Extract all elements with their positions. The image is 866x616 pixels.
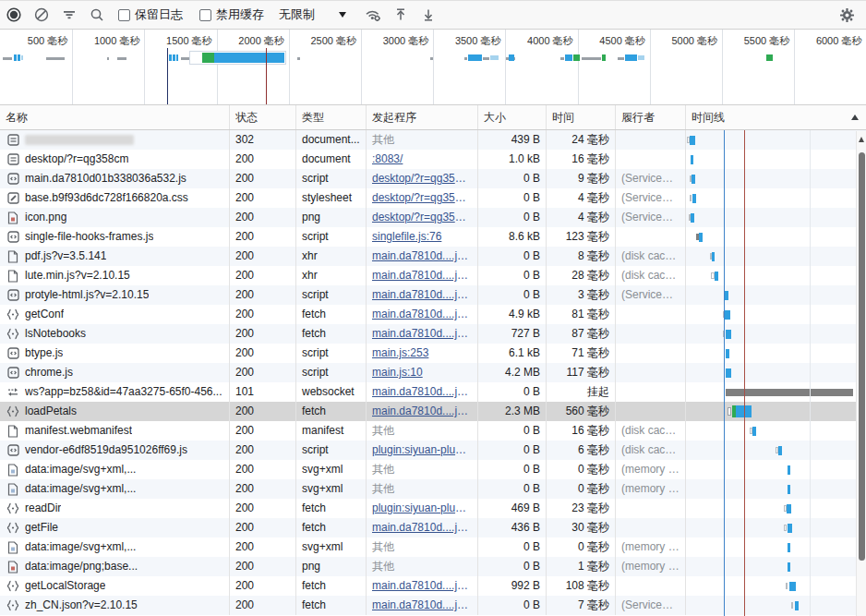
column-header-7[interactable]: 时间线 [686, 105, 866, 129]
table-row[interactable]: 302 document... 其他 439 B 24 毫秒 [0, 130, 866, 150]
table-row[interactable]: base.b9f93d6dc728f166820a.css 200 styles… [0, 188, 866, 208]
type-cell: manifest [296, 421, 367, 441]
initiator-cell[interactable]: main.da7810d....js:2... [367, 402, 478, 421]
waterfall-segment [752, 427, 756, 436]
table-row[interactable]: single-file-hooks-frames.js 200 script s… [0, 227, 866, 247]
settings-gear-icon[interactable] [833, 3, 860, 27]
table-row[interactable]: data:image/png;base... 200 png 其他 0 B 1 … [0, 557, 866, 576]
checkbox-icon[interactable] [118, 9, 130, 21]
vertical-scrollbar[interactable] [856, 131, 866, 616]
initiator-cell[interactable]: desktop/?r=qg358c... [367, 169, 478, 188]
initiator-cell[interactable]: main.da7810d....js:2... [367, 324, 478, 344]
throttling-value: 无限制 [279, 6, 315, 23]
initiator-cell[interactable]: main.da7810d....js:2... [367, 596, 478, 615]
column-header-5[interactable]: 时间 [547, 105, 616, 129]
initiator-cell[interactable]: singlefile.js:76 [367, 227, 478, 247]
table-row[interactable]: data:image/svg+xml,... 200 svg+xml 其他 0 … [0, 537, 866, 557]
type-cell: script [296, 169, 367, 188]
table-row[interactable]: chrome.js 200 script main.js:10 4.2 MB 1… [0, 363, 866, 382]
waterfall-cell [686, 208, 866, 227]
column-header-4[interactable]: 大小 [478, 105, 547, 129]
table-row[interactable]: data:image/svg+xml,... 200 svg+xml 其他 0 … [0, 460, 866, 479]
preserve-log-checkbox[interactable]: 保留日志 [118, 6, 183, 23]
throttling-select[interactable]: 无限制 [279, 6, 346, 23]
table-row[interactable]: main.da7810d01b338036a532.js 200 script … [0, 169, 866, 188]
fulfilled-by-cell: (ServiceW... [616, 285, 686, 305]
table-row[interactable]: zh_CN.json?v=2.10.15 200 fetch main.da78… [0, 596, 866, 615]
initiator-cell[interactable]: desktop/?r=qg358c... [367, 188, 478, 208]
network-conditions-icon[interactable] [359, 3, 387, 27]
disable-cache-checkbox[interactable]: 禁用缓存 [199, 6, 264, 23]
initiator-cell[interactable]: main.js:253 [367, 344, 478, 363]
waterfall-cell [686, 363, 866, 382]
fulfilled-by-cell [616, 382, 686, 402]
request-name: lsNotebooks [25, 324, 86, 344]
column-header-1[interactable]: 状态 [230, 105, 296, 129]
initiator-cell[interactable]: :8083/ [367, 150, 478, 169]
clear-icon[interactable] [28, 3, 55, 27]
table-row[interactable]: lsNotebooks 200 fetch main.da7810d....js… [0, 324, 866, 344]
table-row[interactable]: getConf 200 fetch main.da7810d....js:2..… [0, 305, 866, 324]
column-header-2[interactable]: 类型 [296, 105, 367, 129]
initiator-cell[interactable]: desktop/?r=qg358c... [367, 208, 478, 227]
network-panel: 保留日志 禁用缓存 无限制 [0, 0, 866, 616]
table-row[interactable]: icon.png 200 png desktop/?r=qg358c... 0 … [0, 208, 866, 227]
type-cell: xhr [296, 247, 367, 266]
search-icon[interactable] [83, 3, 111, 27]
column-header-0[interactable]: 名称 [0, 105, 230, 129]
table-row[interactable]: protyle-html.js?v=2.10.15 200 script mai… [0, 285, 866, 305]
table-row[interactable]: getLocalStorage 200 fetch main.da7810d..… [0, 576, 866, 596]
table-row[interactable]: btype.js 200 script main.js:253 6.1 kB 7… [0, 344, 866, 363]
initiator-cell[interactable]: main.da7810d....js:7 [367, 285, 478, 305]
scroll-up-icon[interactable] [859, 137, 864, 142]
size-cell: 992 B [478, 576, 547, 596]
initiator-cell[interactable]: main.js:10 [367, 363, 478, 382]
initiator-cell[interactable]: main.da7810d....js:2... [367, 305, 478, 324]
request-name: data:image/svg+xml,... [25, 537, 136, 557]
overview-activity-bar [430, 57, 433, 60]
timeline-overview[interactable]: 500 毫秒1000 毫秒1500 毫秒2000 毫秒2500 毫秒3000 毫… [0, 30, 866, 105]
overview-tick-label: 6000 毫秒 [813, 34, 865, 48]
name-cell: pdf.js?v=3.5.141 [0, 247, 230, 266]
overview-tick-label: 3000 毫秒 [380, 34, 432, 48]
waterfall-segment [699, 233, 703, 242]
initiator-cell[interactable]: main.da7810d....js:7 [367, 247, 478, 266]
table-row[interactable]: lute.min.js?v=2.10.15 200 xhr main.da781… [0, 266, 866, 285]
table-row[interactable]: getFile 200 fetch main.da7810d....js:2..… [0, 518, 866, 537]
overview-gridline [433, 30, 434, 104]
table-row[interactable]: readDir 200 fetch plugin:siyuan-plugi...… [0, 499, 866, 518]
initiator-cell[interactable]: main.da7810d....js:33 [367, 382, 478, 402]
waterfall-segment [725, 291, 728, 300]
scrollbar-thumb[interactable] [859, 152, 865, 561]
column-header-6[interactable]: 履行者 [616, 105, 686, 129]
time-cell: 0 毫秒 [547, 537, 616, 557]
record-icon[interactable] [0, 3, 28, 27]
type-cell: svg+xml [296, 460, 367, 479]
initiator-cell[interactable]: main.da7810d....js:2... [367, 576, 478, 596]
import-har-icon[interactable] [387, 3, 415, 27]
column-header-3[interactable]: 发起程序 [367, 105, 478, 129]
export-har-icon[interactable] [415, 3, 442, 27]
time-cell: 0 毫秒 [547, 460, 616, 479]
initiator-cell[interactable]: main.da7810d....js:2... [367, 518, 478, 537]
filter-icon[interactable] [55, 3, 83, 27]
table-row[interactable]: desktop/?r=qg358cm 200 document :8083/ 1… [0, 150, 866, 169]
table-row[interactable]: vendor-e6df8519da951026ff69.js 200 scrip… [0, 441, 866, 460]
overview-activity-bar [117, 57, 126, 60]
table-row[interactable]: data:image/svg+xml,... 200 svg+xml 其他 0 … [0, 479, 866, 499]
fulfilled-by-cell [616, 344, 686, 363]
status-cell: 200 [230, 576, 296, 596]
initiator-cell[interactable]: plugin:siyuan-plugi... [367, 499, 478, 518]
overview-tick-label: 500 毫秒 [25, 34, 70, 48]
initiator-cell[interactable]: plugin:siyuan-plugi... [367, 441, 478, 460]
table-row[interactable]: loadPetals 200 fetch main.da7810d....js:… [0, 402, 866, 421]
waterfall-segment [788, 524, 792, 533]
initiator-cell[interactable]: main.da7810d....js:7 [367, 266, 478, 285]
table-row[interactable]: manifest.webmanifest 200 manifest 其他 0 B… [0, 421, 866, 441]
table-row[interactable]: ws?app=bz58&id=47aa3275-65f0-456... 101 … [0, 382, 866, 402]
overview-activity-bar [509, 54, 514, 61]
overview-activity-bar [464, 57, 467, 60]
overview-gridline [217, 30, 218, 104]
table-row[interactable]: pdf.js?v=3.5.141 200 xhr main.da7810d...… [0, 247, 866, 266]
checkbox-icon[interactable] [199, 9, 211, 21]
